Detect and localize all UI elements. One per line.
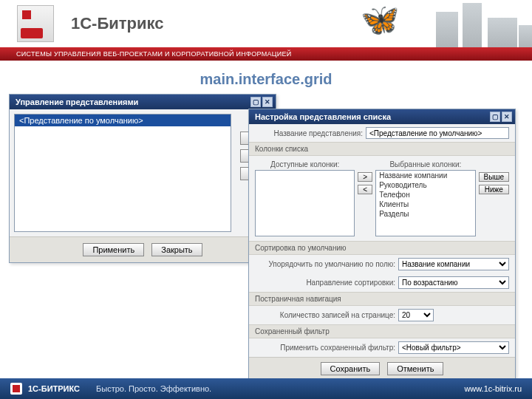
header-subtitle-strip: СИСТЕМЫ УПРАВЛЕНИЯ ВЕБ-ПРОЕКТАМИ И КОРПО… bbox=[0, 47, 532, 61]
selected-columns-list[interactable]: Название компанииРуководительТелефонКлие… bbox=[375, 170, 475, 236]
page-size-select[interactable]: 20 bbox=[398, 309, 434, 321]
paging-group-label: Постраничная навигация bbox=[249, 292, 515, 306]
footer-slogan: Быстро. Просто. Эффективно. bbox=[96, 384, 211, 393]
dialog-titlebar: Настройка представления списка ▢ ✕ bbox=[249, 109, 515, 124]
logo-mark-icon bbox=[10, 383, 22, 395]
move-up-button[interactable]: Выше bbox=[479, 172, 509, 182]
sort-group-label: Сортировка по умолчанию bbox=[249, 241, 515, 255]
move-left-button[interactable]: < bbox=[358, 185, 372, 194]
list-item[interactable]: Телефон bbox=[376, 190, 474, 200]
list-item[interactable]: Клиенты bbox=[376, 200, 474, 209]
saved-filter-select[interactable]: <Новый фильтр> bbox=[398, 341, 509, 354]
page-title: main.interface.grid bbox=[0, 61, 532, 94]
footer-bar: 1С-БИТРИКС Быстро. Просто. Эффективно. w… bbox=[0, 378, 532, 399]
views-list[interactable]: <Представление по умолчанию> bbox=[14, 114, 231, 232]
list-item[interactable]: Разделы bbox=[376, 209, 474, 219]
cancel-button[interactable]: Отменить bbox=[387, 362, 443, 375]
page-size-label: Количество записей на странице: bbox=[255, 311, 395, 319]
columns-group-label: Колонки списка bbox=[249, 142, 515, 156]
dialog-canvas: Управление представлениями ▢ ✕ <Представ… bbox=[0, 94, 532, 375]
view-name-input[interactable] bbox=[366, 127, 509, 139]
page-header: 1С-Битрикс 🦋 СИСТЕМЫ УПРАВЛЕНИЯ ВЕБ-ПРОЕ… bbox=[0, 0, 532, 61]
footer-url[interactable]: www.1c-bitrix.ru bbox=[464, 384, 522, 393]
sort-direction-label: Направление сортировки: bbox=[255, 279, 395, 287]
brand-title: 1С-Битрикс bbox=[71, 14, 163, 33]
list-item[interactable]: <Представление по умолчанию> bbox=[15, 115, 231, 126]
butterfly-icon: 🦋 bbox=[361, 4, 399, 35]
close-icon[interactable]: ✕ bbox=[502, 112, 512, 122]
skyline-art bbox=[429, 0, 532, 47]
save-button[interactable]: Сохранить bbox=[321, 362, 381, 375]
views-management-dialog: Управление представлениями ▢ ✕ <Представ… bbox=[9, 94, 276, 263]
product-box-icon bbox=[13, 2, 58, 45]
dialog-titlebar: Управление представлениями ▢ ✕ bbox=[10, 95, 276, 109]
available-columns-list[interactable] bbox=[255, 170, 355, 236]
view-name-label: Название представления: bbox=[255, 129, 363, 137]
close-button[interactable]: Закрыть bbox=[151, 243, 202, 256]
available-columns-caption: Доступные колонки: bbox=[255, 160, 355, 168]
move-right-button[interactable]: > bbox=[358, 172, 372, 182]
footer-brand: 1С-БИТРИКС bbox=[28, 384, 80, 393]
apply-button[interactable]: Применить bbox=[83, 243, 144, 256]
sort-field-label: Упорядочить по умолчанию по полю: bbox=[255, 260, 395, 268]
list-item[interactable]: Руководитель bbox=[376, 180, 474, 190]
filter-group-label: Сохраненный фильтр bbox=[249, 324, 515, 338]
minimize-icon[interactable]: ▢ bbox=[490, 112, 500, 122]
list-item[interactable]: Название компании bbox=[376, 171, 474, 180]
dialog-title-text: Настройка представления списка bbox=[255, 112, 391, 121]
minimize-icon[interactable]: ▢ bbox=[250, 97, 261, 107]
sort-field-select[interactable]: Название компании bbox=[398, 258, 509, 270]
selected-columns-caption: Выбранные колонки: bbox=[375, 160, 475, 168]
close-icon[interactable]: ✕ bbox=[262, 97, 273, 107]
dialog-title-text: Управление представлениями bbox=[16, 98, 138, 106]
view-settings-dialog: Настройка представления списка ▢ ✕ Назва… bbox=[248, 109, 516, 381]
saved-filter-label: Применить сохраненный фильтр: bbox=[255, 344, 395, 352]
sort-direction-select[interactable]: По возрастанию bbox=[398, 276, 509, 289]
move-down-button[interactable]: Ниже bbox=[479, 185, 509, 194]
